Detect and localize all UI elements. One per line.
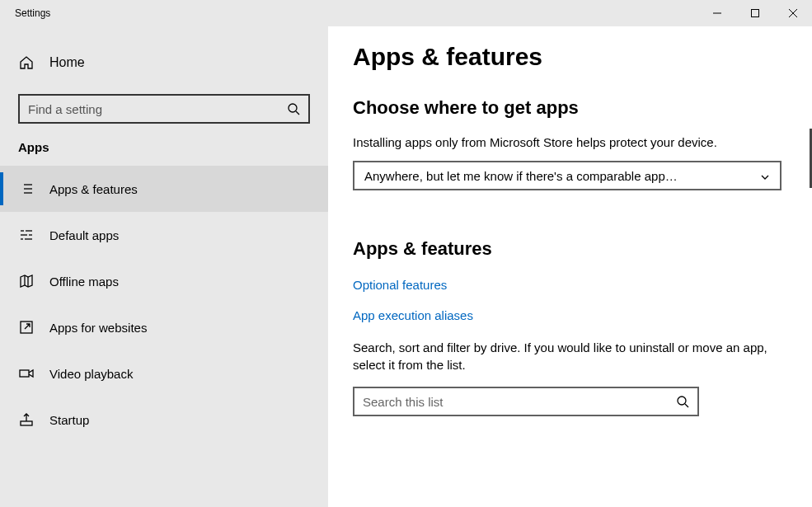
optional-features-link[interactable]: Optional features bbox=[353, 278, 812, 292]
home-nav[interactable]: Home bbox=[0, 45, 328, 81]
svg-point-4 bbox=[289, 104, 297, 112]
window-title: Settings bbox=[15, 7, 50, 19]
titlebar: Settings bbox=[0, 0, 812, 26]
sidebar-item-label: Startup bbox=[49, 413, 89, 427]
svg-line-5 bbox=[296, 111, 299, 115]
minimize-button[interactable] bbox=[698, 0, 736, 26]
close-button[interactable] bbox=[774, 0, 812, 26]
sidebar-item-default-apps[interactable]: Default apps bbox=[0, 212, 328, 258]
home-icon bbox=[18, 54, 35, 71]
startup-icon bbox=[18, 411, 35, 428]
sidebar-item-label: Video playback bbox=[49, 367, 133, 381]
filter-description: Search, sort and filter by drive. If you… bbox=[353, 339, 781, 373]
svg-rect-1 bbox=[752, 10, 759, 17]
app-execution-aliases-link[interactable]: App execution aliases bbox=[353, 308, 812, 322]
video-icon bbox=[18, 365, 35, 382]
sidebar-item-startup[interactable]: Startup bbox=[0, 397, 328, 443]
sidebar-item-video-playback[interactable]: Video playback bbox=[0, 350, 328, 397]
settings-search-input[interactable] bbox=[28, 102, 287, 116]
map-icon bbox=[18, 273, 35, 289]
svg-point-23 bbox=[678, 397, 686, 405]
open-external-icon bbox=[18, 319, 35, 336]
sidebar-section-label: Apps bbox=[0, 140, 328, 166]
sidebar-item-label: Offline maps bbox=[49, 275, 119, 289]
svg-rect-21 bbox=[20, 370, 29, 377]
svg-line-24 bbox=[685, 404, 688, 407]
sidebar: Home Apps Apps & features Default apps bbox=[0, 26, 328, 507]
default-apps-icon bbox=[18, 227, 35, 243]
app-source-dropdown[interactable]: Anywhere, but let me know if there's a c… bbox=[353, 161, 781, 190]
sidebar-item-label: Apps & features bbox=[49, 182, 138, 196]
sidebar-item-apps-for-websites[interactable]: Apps for websites bbox=[0, 304, 328, 350]
app-list-search-input[interactable] bbox=[363, 395, 676, 409]
search-icon bbox=[287, 102, 300, 115]
section-heading-apps-features: Apps & features bbox=[353, 238, 812, 260]
app-list-search[interactable] bbox=[353, 387, 699, 416]
list-icon bbox=[18, 181, 35, 197]
search-icon bbox=[676, 395, 689, 408]
sidebar-item-apps-features[interactable]: Apps & features bbox=[0, 166, 328, 212]
home-label: Home bbox=[49, 55, 85, 70]
section-heading-where: Choose where to get apps bbox=[353, 97, 812, 119]
window-controls bbox=[698, 0, 812, 26]
settings-search[interactable] bbox=[18, 94, 310, 124]
chevron-down-icon bbox=[760, 171, 770, 181]
sidebar-item-offline-maps[interactable]: Offline maps bbox=[0, 258, 328, 304]
page-title: Apps & features bbox=[353, 43, 812, 71]
sidebar-item-label: Default apps bbox=[49, 228, 119, 242]
main-panel: Apps & features Choose where to get apps… bbox=[328, 26, 812, 507]
dropdown-value: Anywhere, but let me know if there's a c… bbox=[364, 169, 678, 183]
svg-rect-22 bbox=[21, 421, 32, 425]
sidebar-item-label: Apps for websites bbox=[49, 321, 147, 335]
section-where-description: Installing apps only from Microsoft Stor… bbox=[353, 134, 781, 151]
maximize-button[interactable] bbox=[736, 0, 774, 26]
